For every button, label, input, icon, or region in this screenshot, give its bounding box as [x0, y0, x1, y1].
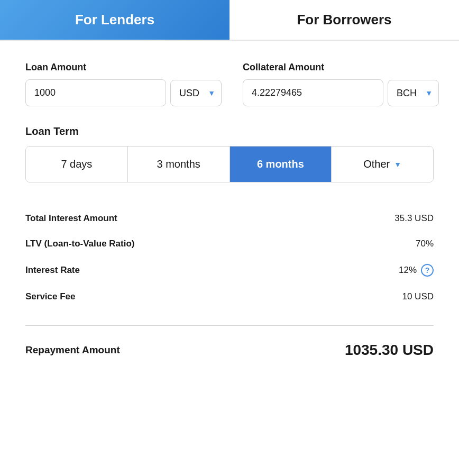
main-content: Loan Amount USD EUR BTC BCH ▼ Collateral… — [0, 41, 459, 476]
term-other-label: Other — [363, 158, 390, 170]
total-interest-label: Total Interest Amount — [25, 213, 117, 224]
term-other-arrow: ▼ — [394, 160, 401, 169]
loan-currency-wrapper: USD EUR BTC BCH ▼ — [170, 80, 222, 106]
repayment-label: Repayment Amount — [25, 344, 120, 356]
tab-borrowers[interactable]: For Borrowers — [229, 0, 459, 40]
term-btn-6months[interactable]: 6 months — [230, 147, 332, 182]
collateral-amount-group: Collateral Amount BCH BTC ETH ▼ — [243, 62, 439, 106]
loan-amount-group: Loan Amount USD EUR BTC BCH ▼ — [25, 62, 222, 106]
summary-divider — [25, 325, 434, 326]
collateral-amount-label: Collateral Amount — [243, 62, 439, 73]
service-fee-value: 10 USD — [402, 291, 434, 302]
ltv-label: LTV (Loan-to-Value Ratio) — [25, 239, 135, 249]
loan-term-buttons: 7 days 3 months 6 months Other ▼ — [25, 146, 434, 182]
loan-currency-select[interactable]: USD EUR BTC BCH — [170, 80, 222, 106]
summary-section: Total Interest Amount 35.3 USD LTV (Loan… — [25, 206, 434, 309]
repayment-row: Repayment Amount 1035.30 USD — [25, 331, 434, 364]
service-fee-label: Service Fee — [25, 291, 76, 302]
loan-amount-input[interactable] — [25, 79, 166, 106]
tab-lenders[interactable]: For Lenders — [0, 0, 229, 40]
summary-row-total-interest: Total Interest Amount 35.3 USD — [25, 206, 434, 231]
interest-rate-value: 12% ? — [399, 264, 434, 277]
collateral-amount-input-row: BCH BTC ETH ▼ — [243, 79, 439, 106]
collateral-amount-input[interactable] — [243, 79, 383, 106]
total-interest-value: 35.3 USD — [394, 213, 434, 224]
tab-lenders-label: For Lenders — [75, 12, 154, 28]
term-btn-other[interactable]: Other ▼ — [332, 147, 433, 182]
amounts-row: Loan Amount USD EUR BTC BCH ▼ Collateral… — [25, 62, 434, 106]
interest-rate-help-icon[interactable]: ? — [421, 264, 434, 277]
term-btn-7days[interactable]: 7 days — [26, 147, 128, 182]
loan-term-label: Loan Term — [25, 125, 434, 138]
repayment-value: 1035.30 USD — [345, 342, 434, 359]
loan-amount-label: Loan Amount — [25, 62, 222, 73]
interest-rate-number: 12% — [399, 265, 417, 276]
summary-row-interest-rate: Interest Rate 12% ? — [25, 257, 434, 284]
collateral-currency-select[interactable]: BCH BTC ETH — [388, 80, 439, 106]
interest-rate-label: Interest Rate — [25, 265, 80, 276]
loan-amount-input-row: USD EUR BTC BCH ▼ — [25, 79, 222, 106]
tab-borrowers-label: For Borrowers — [297, 12, 391, 28]
loan-term-section: Loan Term 7 days 3 months 6 months Other… — [25, 125, 434, 182]
summary-row-service-fee: Service Fee 10 USD — [25, 284, 434, 309]
collateral-currency-wrapper: BCH BTC ETH ▼ — [388, 80, 439, 106]
ltv-value: 70% — [416, 239, 434, 249]
term-btn-3months[interactable]: 3 months — [128, 147, 230, 182]
tab-bar: For Lenders For Borrowers — [0, 0, 459, 41]
summary-row-ltv: LTV (Loan-to-Value Ratio) 70% — [25, 231, 434, 257]
